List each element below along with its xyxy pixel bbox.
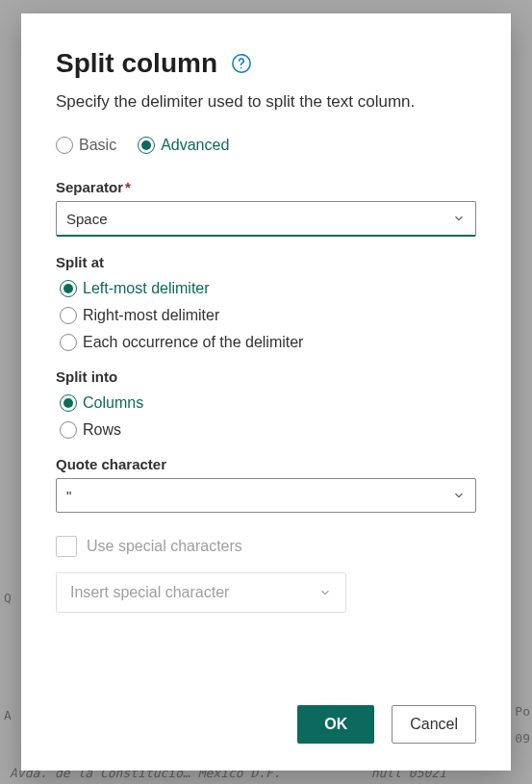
split-into-columns-label: Columns [83,394,143,412]
use-special-chars-label: Use special characters [87,538,242,555]
dialog-subtitle: Specify the delimiter used to split the … [56,92,476,112]
radio-circle-icon [60,421,77,439]
split-at-right-label: Right-most delimiter [83,307,219,324]
radio-circle-icon [138,137,155,154]
split-into-columns-radio[interactable]: Columns [60,394,476,412]
required-asterisk: * [125,179,131,195]
quote-char-value: " [66,488,71,504]
split-at-right-radio[interactable]: Right-most delimiter [60,307,476,324]
help-icon[interactable] [231,53,252,74]
use-special-chars-checkbox[interactable]: Use special characters [56,536,476,557]
chevron-down-icon [452,212,466,225]
mode-basic-label: Basic [79,137,116,154]
split-at-each-radio[interactable]: Each occurrence of the delimiter [60,334,476,351]
svg-point-1 [241,67,242,69]
ok-button[interactable]: OK [297,705,374,744]
quote-char-dropdown[interactable]: " [56,478,476,513]
cancel-button[interactable]: Cancel [392,705,476,744]
split-at-left-radio[interactable]: Left-most delimiter [60,280,476,297]
chevron-down-icon [452,489,466,502]
split-at-label: Split at [56,254,476,270]
mode-basic-radio[interactable]: Basic [56,137,116,154]
split-column-dialog: Split column Specify the delimiter used … [21,13,511,771]
split-into-rows-radio[interactable]: Rows [60,421,476,439]
dialog-title: Split column [56,48,217,79]
insert-special-char-button: Insert special character [56,572,346,613]
separator-dropdown[interactable]: Space [56,201,476,237]
radio-circle-icon [60,280,77,297]
mode-advanced-label: Advanced [161,137,229,154]
mode-advanced-radio[interactable]: Advanced [138,137,229,154]
radio-circle-icon [60,394,77,412]
separator-value: Space [66,211,108,227]
separator-label: Separator* [56,179,476,195]
radio-circle-icon [56,137,73,154]
split-into-rows-label: Rows [83,421,121,439]
split-at-each-label: Each occurrence of the delimiter [83,334,303,351]
radio-circle-icon [60,334,77,351]
split-into-label: Split into [56,368,476,385]
insert-special-char-label: Insert special character [70,584,229,601]
checkbox-box-icon [56,536,77,557]
quote-char-label: Quote character [56,456,476,472]
radio-circle-icon [60,307,77,324]
chevron-down-icon [318,586,332,599]
split-at-left-label: Left-most delimiter [83,280,210,297]
